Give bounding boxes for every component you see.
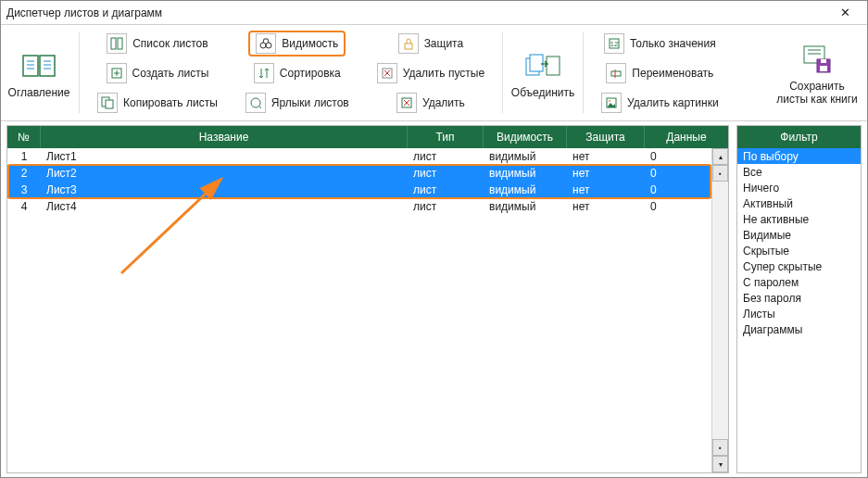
tabs-button[interactable]: Ярлыки листов (239, 90, 356, 116)
cell-vis: видимый (484, 167, 567, 180)
list-sheets-button[interactable]: Список листов (100, 31, 214, 57)
table-row[interactable]: 4Лист4листвидимыйнет0 (7, 198, 728, 215)
vertical-scrollbar[interactable]: ▴ ▪ ▪ ▾ (711, 148, 728, 472)
delete-button[interactable]: Удалить (390, 90, 472, 116)
cell-name: Лист2 (41, 167, 408, 180)
cell-vis: видимый (484, 183, 567, 196)
cell-type: лист (408, 150, 484, 163)
tabs-label: Ярлыки листов (271, 96, 349, 109)
svg-point-34 (609, 100, 610, 102)
delete-label: Удалить (422, 96, 465, 109)
scroll-line-up-icon[interactable]: ▪ (712, 165, 728, 182)
cell-n: 3 (7, 183, 41, 196)
svg-rect-14 (106, 100, 113, 108)
svg-rect-0 (23, 56, 38, 76)
titlebar: Диспетчер листов и диаграмм ✕ (1, 1, 867, 25)
cell-prot: нет (567, 200, 645, 213)
scroll-line-down-icon[interactable]: ▪ (712, 439, 728, 456)
ribbon-toc-label: Оглавление (8, 86, 70, 99)
filter-item[interactable]: Не активные (737, 211, 861, 227)
th-protection[interactable]: Защита (567, 126, 645, 148)
visibility-button[interactable]: Видимость (248, 31, 346, 57)
rename-icon (606, 63, 626, 83)
filter-item[interactable]: Листы (737, 306, 861, 321)
rename-label: Переименовать (632, 67, 713, 80)
cell-vis: видимый (484, 150, 567, 163)
create-sheets-label: Создать листы (132, 67, 209, 80)
cell-n: 1 (7, 150, 41, 163)
merge-icon (522, 47, 563, 84)
svg-rect-8 (111, 38, 116, 49)
values-icon: 12 (604, 33, 624, 54)
values-only-button[interactable]: 12 Только значения (598, 31, 723, 57)
protect-button[interactable]: Защита (392, 31, 471, 57)
create-sheets-button[interactable]: Создать листы (100, 60, 216, 86)
table-row[interactable]: 3Лист3листвидимыйнет0 (7, 182, 728, 198)
close-button[interactable]: ✕ (828, 2, 862, 24)
filter-panel: Фильтр По выборуВсеНичегоАктивныйНе акти… (736, 125, 862, 473)
ribbon-toc[interactable]: Оглавление (6, 27, 71, 119)
th-number[interactable]: № (7, 126, 41, 148)
window-title: Диспетчер листов и диаграмм (6, 6, 828, 19)
filter-item[interactable]: Видимые (737, 227, 861, 243)
ribbon: Оглавление Список листов Создать листы К… (1, 25, 867, 121)
delete-empty-button[interactable]: Удалить пустые (371, 60, 491, 86)
protect-label: Защита (424, 37, 464, 50)
sort-label: Сортировка (280, 67, 341, 80)
delete-icon (396, 93, 417, 113)
filter-item[interactable]: По выбору (737, 148, 861, 164)
th-data[interactable]: Данные (645, 126, 728, 148)
filter-list[interactable]: По выборуВсеНичегоАктивныйНе активныеВид… (737, 148, 861, 472)
list-sheets-label: Список листов (132, 37, 208, 50)
svg-line-18 (258, 106, 261, 108)
filter-header: Фильтр (737, 126, 861, 148)
table-row[interactable]: 1Лист1листвидимыйнет0 (7, 148, 728, 165)
delete-images-label: Удалить картинки (627, 96, 719, 109)
filter-item[interactable]: Без пароля (737, 290, 861, 306)
table-row[interactable]: 2Лист2листвидимыйнет0 (7, 165, 728, 182)
scroll-up-icon[interactable]: ▴ (712, 148, 728, 165)
sort-button[interactable]: Сортировка (247, 60, 347, 86)
table-header: № Название Тип Видимость Защита Данные (7, 126, 728, 148)
filter-item[interactable]: Супер скрытые (737, 258, 861, 274)
svg-text:12: 12 (610, 40, 619, 48)
ribbon-save-label: Сохранить листы как книги (776, 80, 858, 106)
filter-item[interactable]: Все (737, 164, 861, 180)
svg-rect-19 (405, 44, 412, 49)
delete-images-button[interactable]: Удалить картинки (595, 90, 725, 116)
table-body[interactable]: 1Лист1листвидимыйнет02Лист2листвидимыйне… (7, 148, 728, 472)
svg-point-16 (266, 43, 271, 48)
svg-rect-39 (821, 59, 826, 63)
cell-n: 4 (7, 200, 41, 213)
list-icon (107, 33, 127, 54)
filter-item[interactable]: С паролем (737, 274, 861, 290)
delete-empty-icon (377, 63, 397, 83)
ribbon-merge[interactable]: Объединить (510, 27, 575, 119)
cell-name: Лист1 (41, 150, 408, 163)
ribbon-save[interactable]: Сохранить листы как книги (773, 27, 862, 119)
copy-sheets-button[interactable]: Копировать листы (91, 90, 224, 116)
cell-name: Лист4 (41, 200, 408, 213)
book-icon (19, 47, 59, 84)
ribbon-sep (583, 32, 584, 113)
filter-item[interactable]: Ничего (737, 180, 861, 195)
sheet-table: № Название Тип Видимость Защита Данные 1… (6, 125, 729, 473)
values-only-label: Только значения (630, 37, 716, 50)
svg-point-15 (260, 43, 266, 48)
copy-sheets-label: Копировать листы (123, 96, 218, 109)
ribbon-group-misc: 12 Только значения Переименовать Удалить… (591, 27, 729, 119)
ribbon-group-view: Видимость Сортировка Ярлыки листов (235, 27, 359, 119)
rename-button[interactable]: Переименовать (599, 60, 720, 86)
ribbon-sep (502, 32, 503, 113)
filter-item[interactable]: Скрытые (737, 243, 861, 258)
svg-rect-9 (118, 38, 122, 49)
cell-type: лист (408, 183, 484, 196)
scroll-track[interactable] (712, 182, 728, 439)
th-type[interactable]: Тип (408, 126, 484, 148)
scroll-down-icon[interactable]: ▾ (712, 456, 728, 472)
filter-item[interactable]: Диаграммы (737, 321, 861, 337)
filter-item[interactable]: Активный (737, 195, 861, 211)
th-name[interactable]: Название (41, 126, 408, 148)
svg-rect-28 (547, 57, 560, 75)
th-visibility[interactable]: Видимость (484, 126, 567, 148)
